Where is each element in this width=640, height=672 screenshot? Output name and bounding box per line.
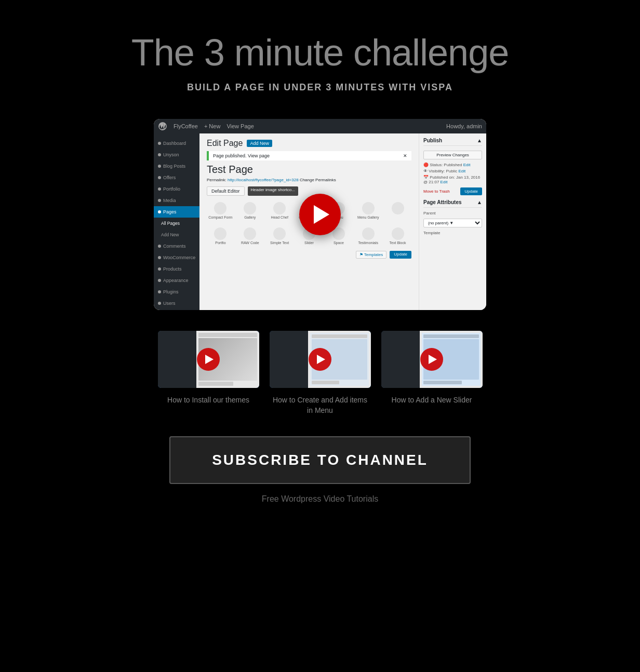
- sidebar-label: Appearance: [163, 278, 189, 283]
- sidebar-woocommerce: WooCommerce: [154, 252, 199, 263]
- wp-icon-shape: [362, 227, 375, 240]
- wp-template-label: Template: [423, 231, 482, 235]
- small-play-icon: [429, 355, 437, 364]
- wp-move-to-trash: Move to Trash: [423, 189, 450, 194]
- wp-edit-page-title: Edit Page: [207, 139, 243, 148]
- wp-icon-rawcode: RAW Code: [236, 225, 264, 247]
- wp-icon-label: Slider: [304, 241, 314, 245]
- sidebar-dot: [158, 267, 161, 271]
- page-subtitle: BUILD A PAGE IN UNDER 3 MINUTES WITH VIS…: [187, 82, 453, 93]
- sidebar-all-pages: All Pages: [154, 218, 199, 229]
- wp-icon-head-chef: Head Chef: [266, 200, 294, 221]
- wp-view-page: View Page: [226, 123, 254, 129]
- video-thumb-1[interactable]: [158, 331, 259, 388]
- wp-publish-update-btn: Update: [460, 187, 482, 195]
- wp-sidebar: Dashboard Unyson Blog Posts Offers Portf…: [154, 133, 199, 310]
- wp-icon-label: Text Block: [390, 241, 406, 245]
- wp-attributes-label: Page Attributes: [423, 199, 462, 205]
- wp-publish-label: Publish: [423, 138, 442, 143]
- small-video-1: How to Install our themes: [158, 331, 259, 415]
- sidebar-portfolio: Portfolio: [154, 183, 199, 195]
- sidebar-pages: Pages: [154, 206, 199, 218]
- small-video-3: How to Add a New Slider: [381, 331, 483, 415]
- play-btn-circle: [299, 194, 341, 235]
- wp-icon-label: Compact Form: [208, 216, 232, 219]
- sidebar-label: Unyson: [163, 152, 179, 157]
- wp-parent-label: Parent: [423, 211, 482, 216]
- wp-icon-label: Head Chef: [271, 216, 288, 219]
- wp-permalink-url: http://localhost/flycoffee/?page_id=328: [228, 178, 299, 182]
- wp-icon-empty: [384, 200, 411, 221]
- wp-visibility-row: 👁 Visibility: Public Edit: [423, 169, 482, 173]
- video-thumb-3[interactable]: [381, 331, 483, 388]
- sidebar-dot: [158, 142, 161, 145]
- sidebar-dot: [158, 199, 161, 202]
- small-play-icon: [317, 355, 325, 364]
- wp-icon-label: Gallery: [244, 216, 256, 219]
- thumb-sidebar-2: [270, 331, 308, 388]
- wp-icon-text-block: Text Block: [384, 225, 411, 247]
- wp-sidebar-panel: Publish ▲ Preview Changes 🔴 Status: Publ…: [419, 133, 486, 310]
- sidebar-label: Blog Posts: [163, 164, 185, 169]
- play-icon: [314, 205, 329, 224]
- main-play-button[interactable]: [299, 194, 341, 235]
- wp-icon-menu-gallery: Menu Gallery: [354, 200, 382, 221]
- wp-post-title: Test Page: [207, 164, 411, 176]
- subscribe-button[interactable]: SUBSCRIBE TO CHANNEL: [169, 436, 471, 484]
- small-play-btn-2[interactable]: [309, 348, 331, 371]
- wp-admin-new: + New: [204, 123, 221, 129]
- main-video-container: FlyCoffee + New View Page Howdy, admin D…: [154, 119, 486, 310]
- wp-attributes-title: Page Attributes ▲: [423, 199, 482, 208]
- wp-publish-section: Publish ▲ Preview Changes 🔴 Status: Publ…: [423, 138, 482, 195]
- sidebar-plugins: Plugins: [154, 286, 199, 298]
- sidebar-sub-label: Add New: [161, 232, 179, 237]
- wp-icon-shape: [214, 202, 226, 214]
- wp-visibility-text: Visibility: Public Edit: [429, 169, 465, 173]
- small-videos-row: How to Install our themes How t: [158, 331, 483, 415]
- wp-icon-shape: [273, 227, 286, 240]
- wp-icon-shape: [273, 202, 286, 214]
- wp-parent-select[interactable]: (no parent) ▼: [423, 219, 482, 227]
- wp-notice-text: Page published. View page: [213, 153, 270, 158]
- wp-add-new-badge: Add New: [247, 140, 272, 147]
- sidebar-label: WooCommerce: [163, 255, 195, 260]
- sidebar-label: Users: [163, 301, 176, 306]
- small-play-btn-1[interactable]: [197, 348, 220, 371]
- wp-icon-testimonials: Testimonials: [354, 225, 382, 247]
- wp-icon-shape: [244, 202, 256, 214]
- wp-icon-shape: [362, 202, 375, 214]
- wp-icon-label: Simple Text: [270, 241, 289, 245]
- wp-shortcode-hint: Header image shortco...: [248, 186, 298, 196]
- sidebar-media: Media: [154, 195, 199, 206]
- sidebar-dot: [158, 302, 161, 305]
- wp-notice-bar: Page published. View page ✕: [207, 151, 411, 160]
- sidebar-dot: [158, 165, 161, 168]
- sidebar-label: Offers: [163, 175, 176, 180]
- sidebar-offers: Offers: [154, 172, 199, 183]
- wp-admin-bar: FlyCoffee + New View Page Howdy, admin: [154, 119, 486, 133]
- small-video-label-3: How to Add a New Slider: [392, 395, 472, 406]
- sidebar-blog-posts: Blog Posts: [154, 160, 199, 172]
- wp-status-text: Status: Published Edit: [430, 163, 470, 167]
- small-play-btn-3[interactable]: [420, 348, 443, 371]
- wp-preview-btn[interactable]: Preview Changes: [423, 151, 482, 159]
- small-play-circle: [197, 348, 220, 371]
- sidebar-add-new: Add New: [154, 229, 199, 240]
- small-video-2: How to Create and Add items in Menu: [270, 331, 371, 415]
- sidebar-dot: [158, 187, 161, 191]
- small-video-label-2: How to Create and Add items in Menu: [270, 395, 371, 415]
- sidebar-dot: [158, 279, 161, 282]
- wp-icon-label: Menu Gallery: [357, 216, 379, 219]
- sidebar-dot: [158, 153, 161, 156]
- sidebar-sub-label: All Pages: [161, 221, 180, 226]
- small-play-circle: [420, 348, 443, 371]
- sidebar-label: Media: [163, 198, 176, 203]
- sidebar-dot: [158, 245, 161, 248]
- thumb-sidebar-1: [158, 331, 196, 388]
- wp-icon-shape: [214, 227, 226, 240]
- wp-attributes-section: Page Attributes ▲ Parent (no parent) ▼ T…: [423, 199, 482, 235]
- wp-icon-gallery: Gallery: [236, 200, 264, 221]
- wp-icon-compact-form: Compact Form: [207, 200, 234, 221]
- sidebar-dot: [158, 290, 161, 293]
- video-thumb-2[interactable]: [270, 331, 371, 388]
